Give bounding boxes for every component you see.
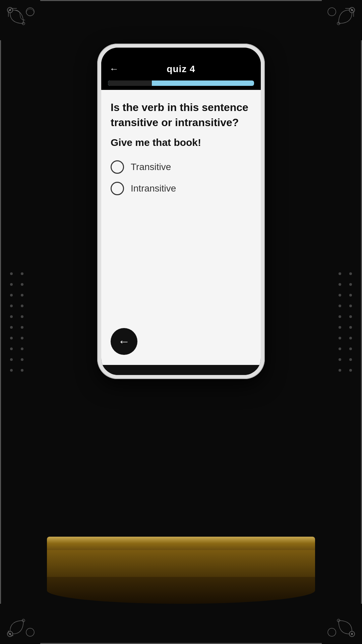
status-bar xyxy=(101,48,261,58)
frame-left xyxy=(0,40,1,604)
app-bottom-bar: ← xyxy=(101,321,261,365)
progress-bar-background xyxy=(108,80,254,86)
question-text: Is the verb in this sentence transitive … xyxy=(111,100,251,130)
svg-point-11 xyxy=(26,628,34,636)
dots-left xyxy=(10,272,23,372)
phone-body: ← quiz 4 Is the verb in this sentence tr… xyxy=(97,44,265,379)
svg-point-6 xyxy=(351,9,353,11)
podium xyxy=(47,537,315,604)
corner-ornament-tr xyxy=(318,3,359,44)
back-arrow-icon: ← xyxy=(118,334,130,348)
header-title: quiz 4 xyxy=(167,64,195,74)
svg-point-14 xyxy=(351,633,353,635)
header-back-button[interactable]: ← xyxy=(109,64,119,74)
back-navigation-button[interactable]: ← xyxy=(111,328,137,355)
app-header: ← quiz 4 xyxy=(101,58,261,80)
phone-screen: ← quiz 4 Is the verb in this sentence tr… xyxy=(101,48,261,375)
corner-ornament-br xyxy=(318,600,359,641)
progress-container xyxy=(101,80,261,90)
progress-bar-fill xyxy=(108,80,152,86)
corner-ornament-bl xyxy=(3,600,44,641)
svg-point-2 xyxy=(9,9,11,11)
svg-point-10 xyxy=(9,633,11,635)
option-transitive-label: Transitive xyxy=(131,162,171,172)
option-transitive[interactable]: Transitive xyxy=(111,160,251,174)
frame-top xyxy=(40,0,322,1)
sentence-text: Give me that book! xyxy=(111,137,251,148)
quiz-content: Is the verb in this sentence transitive … xyxy=(101,90,261,321)
option-intransitive[interactable]: Intransitive xyxy=(111,182,251,195)
option-intransitive-label: Intransitive xyxy=(131,183,176,194)
options-list: Transitive Intransitive xyxy=(111,160,251,195)
radio-transitive[interactable] xyxy=(111,160,124,174)
svg-point-7 xyxy=(328,8,336,16)
radio-intransitive[interactable] xyxy=(111,182,124,195)
corner-ornament-tl xyxy=(3,3,44,44)
svg-point-15 xyxy=(328,628,336,636)
phone-bottom-bar xyxy=(101,365,261,375)
dots-right xyxy=(339,272,352,372)
phone-device: ← quiz 4 Is the verb in this sentence tr… xyxy=(97,44,265,379)
